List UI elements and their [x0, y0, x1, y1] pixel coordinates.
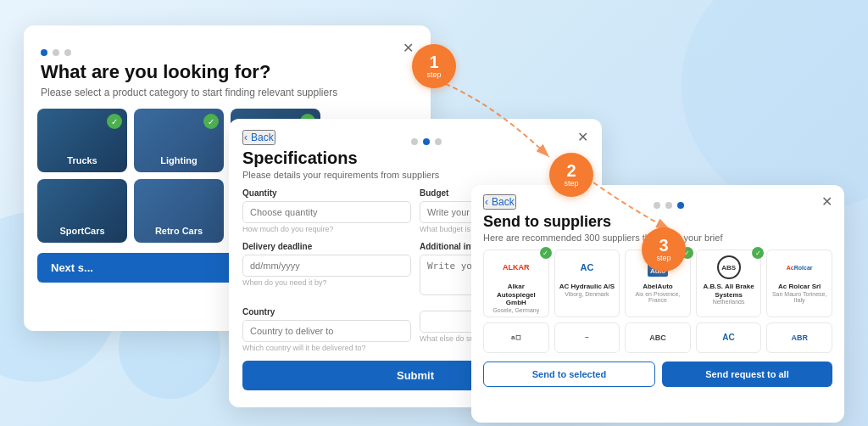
step-1-badge: 1 step: [412, 44, 456, 88]
card2-back-button[interactable]: ‹ Back: [242, 130, 275, 145]
card2-close-button[interactable]: ✕: [577, 129, 588, 145]
card3-close-button[interactable]: ✕: [821, 193, 832, 210]
back-chevron: ‹: [244, 132, 248, 143]
supplier-sm-4[interactable]: AC: [696, 322, 762, 353]
card3-pagination: [654, 195, 684, 209]
quantity-label: Quantity: [242, 188, 411, 198]
card1-pagination: [41, 39, 71, 56]
spec-dot-3: [435, 138, 442, 145]
alkar-name: Alkar Autospiegel GmbH: [487, 283, 545, 307]
quantity-helper: How much do you require?: [242, 225, 411, 233]
card1-header: ✕: [24, 25, 431, 56]
step-2-number: 2: [566, 162, 576, 179]
ac-name: AC Hydraulic A/S: [559, 283, 615, 291]
step-2-badge: 2 step: [549, 153, 593, 197]
ac-logo: AC: [568, 255, 605, 279]
ac-location: Viborg, Denmark: [565, 291, 609, 297]
country-label: Country: [242, 307, 411, 317]
send-dot-2: [665, 202, 672, 209]
spec-dot-2-active: [423, 138, 430, 145]
card2-title: Specifications: [229, 145, 602, 170]
sm-logo-1: a◻: [511, 334, 520, 341]
country-helper: Which country will it be delivered to?: [242, 344, 411, 352]
quantity-input[interactable]: [242, 201, 411, 223]
delivery-helper: When do you need it by?: [242, 278, 411, 287]
sm-logo-2: ~: [585, 334, 589, 341]
step-2-label: step: [564, 179, 578, 188]
trucks-label: Trucks: [37, 155, 127, 165]
alkar-logo: ALKAR: [498, 255, 535, 279]
supplier-sm-1[interactable]: a◻: [483, 322, 549, 353]
back-chevron-3: ‹: [485, 196, 488, 208]
abel-name: AbelAuto: [643, 283, 673, 291]
dot-2: [53, 49, 59, 56]
acrolcar-location: San Mauro Torinese, Italy: [771, 291, 828, 303]
card3-footer: Send to selected Send request to all: [471, 355, 844, 394]
card1-subtitle: Please select a product category to star…: [24, 87, 431, 109]
trucks-check: ✓: [107, 114, 122, 129]
dot-1-active: [41, 49, 47, 56]
delivery-label: Delivery deadline: [242, 242, 411, 251]
send-dot-1: [654, 202, 660, 209]
lighting-check: ✓: [203, 114, 219, 129]
category-lighting[interactable]: ✓ Lighting: [134, 109, 224, 172]
retro-label: Retro Cars: [134, 226, 224, 236]
category-sportcars[interactable]: SportCars: [37, 179, 127, 243]
step-1-number: 1: [429, 53, 438, 70]
lighting-label: Lighting: [134, 155, 224, 165]
acrolcar-name: Ac Rolcar Srl: [778, 283, 821, 291]
abel-location: Aix en Provence, France: [629, 291, 687, 303]
supplier-alkar[interactable]: ✓ ALKAR Alkar Autospiegel GmbH Gosele, G…: [483, 249, 549, 317]
abs-name: A.B.S. All Brake Systems: [700, 283, 758, 299]
card1-close-button[interactable]: ✕: [403, 40, 414, 56]
country-field: Country Which country will it be deliver…: [242, 307, 411, 352]
alkar-check: ✓: [540, 247, 552, 259]
step-3-badge: 3 step: [642, 227, 686, 272]
send-dot-3-active: [677, 202, 684, 209]
country-input[interactable]: [242, 320, 411, 342]
abs-logo: ABS: [710, 255, 748, 279]
abs-check: ✓: [752, 247, 764, 259]
send-selected-button[interactable]: Send to selected: [483, 362, 655, 387]
sm-logo-4: AC: [722, 333, 734, 342]
card2-top: ‹ Back ✕: [229, 119, 602, 145]
sm-logo-3: ABC: [649, 334, 666, 342]
sm-logo-5: ABR: [791, 334, 808, 342]
supplier-acrolcar[interactable]: AcRolcar Ac Rolcar Srl San Mauro Torines…: [766, 249, 832, 317]
supplier-sm-2[interactable]: ~: [554, 322, 620, 353]
card2-pagination: [411, 130, 442, 145]
category-retrocars[interactable]: Retro Cars: [134, 179, 224, 243]
dot-3: [64, 49, 71, 56]
sport-label: SportCars: [37, 226, 127, 236]
supplier-ac-hydraulic[interactable]: AC AC Hydraulic A/S Viborg, Denmark: [554, 249, 620, 317]
suppliers-row-2: a◻ ~ ABC AC ABR: [471, 317, 844, 353]
card3-back-button[interactable]: ‹ Back: [483, 194, 516, 210]
send-all-button[interactable]: Send request to all: [662, 362, 832, 387]
supplier-abs[interactable]: ✓ ABS A.B.S. All Brake Systems Netherlan…: [696, 249, 762, 317]
spec-dot-1: [411, 138, 418, 145]
delivery-input[interactable]: [242, 255, 411, 277]
decorative-blob-3: [682, 0, 868, 212]
step-1-label: step: [426, 70, 441, 79]
acrolcar-logo: AcRolcar: [781, 255, 818, 279]
back-label-3: Back: [492, 196, 515, 208]
supplier-sm-3[interactable]: ABC: [625, 322, 691, 353]
step-3-label: step: [656, 254, 670, 262]
card3-top: ‹ Back ✕: [471, 185, 844, 210]
card-send-suppliers: ‹ Back ✕ Send to suppliers Here are reco…: [471, 185, 844, 423]
delivery-field: Delivery deadline When do you need it by…: [242, 242, 411, 299]
category-trucks[interactable]: ✓ Trucks: [37, 109, 127, 172]
card1-title: What are you looking for?: [24, 56, 431, 87]
alkar-location: Gosele, Germany: [492, 307, 539, 313]
step-3-number: 3: [659, 237, 668, 254]
quantity-field: Quantity How much do you require?: [242, 188, 411, 233]
supplier-sm-5[interactable]: ABR: [766, 322, 832, 353]
abs-location: Netherlands: [713, 299, 745, 305]
back-label: Back: [251, 132, 274, 143]
